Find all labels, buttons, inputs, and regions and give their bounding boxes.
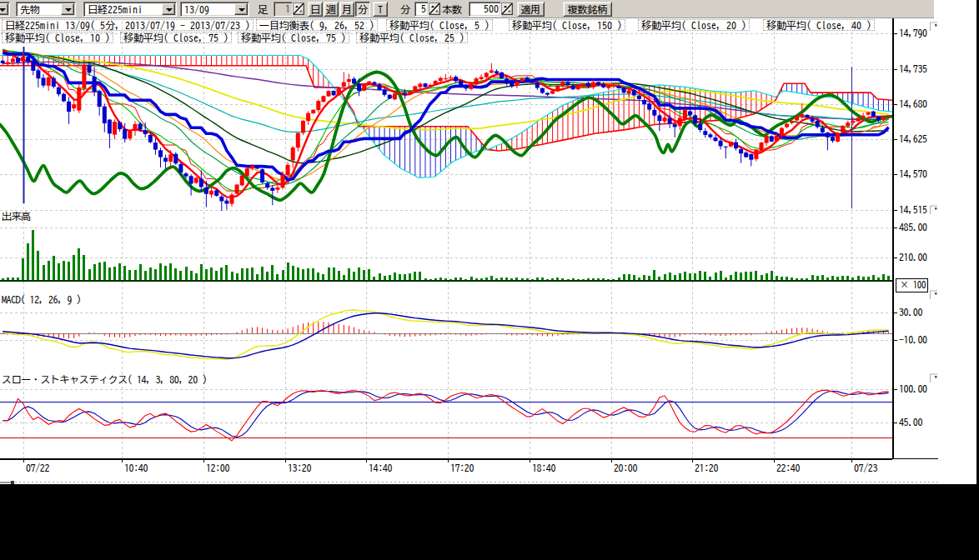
combo-dropdown-button[interactable] [162, 3, 175, 15]
x-axis-label: 07/22 [26, 462, 49, 473]
chevron-down-icon [166, 8, 173, 12]
multi-symbol-button[interactable]: 複数銘柄 [563, 2, 612, 17]
bar-interval-spinner: 1 [274, 2, 293, 17]
x-axis-label: 10:40 [124, 462, 148, 472]
pane-grip-icon[interactable] [931, 291, 938, 299]
bottom-padding [0, 484, 979, 560]
y-axis-label: 210.00 [899, 252, 927, 262]
period-month-button[interactable]: 月 [339, 2, 354, 17]
x-axis-label: 17:20 [450, 462, 474, 472]
minute-spinner[interactable]: 5 [414, 2, 429, 17]
combo-dropdown-button[interactable] [0, 3, 8, 15]
legend-item-r1-4[interactable]: 移動平均( Close, 150 ) [509, 19, 625, 31]
bar-count-spinner[interactable]: 500 [469, 2, 501, 17]
splitter-handle[interactable] [11, 481, 14, 484]
legend-item-r1-1[interactable]: 日経225mini 13/09( 5分, 2013/07/19 - 2013/0… [2, 19, 254, 31]
chevron-down-icon [65, 8, 72, 12]
minute-label: 分 [400, 3, 410, 15]
spinner-updown-icon[interactable] [293, 2, 304, 15]
y-axis-label: 45.00 [899, 417, 922, 427]
period-minute-button[interactable]: 分 [355, 2, 370, 17]
pane-grip-icon[interactable] [931, 374, 938, 382]
bar-count-label: 本数 [442, 3, 462, 15]
x-axis-label: 21:20 [695, 462, 718, 472]
volume-multiplier-label: × 100 [900, 280, 926, 289]
stochastics-lines [3, 390, 888, 441]
y-axis-label: 30.00 [899, 307, 922, 317]
chart-canvas[interactable]: 14,790 14,735 14,680 14,625 14,570 14,51… [0, 0, 979, 560]
history-combo[interactable] [0, 2, 10, 17]
market-combo[interactable]: 先物 [16, 2, 76, 17]
macd-pane-label: MACD( 12, 26, 9 ) [2, 294, 81, 305]
combo-dropdown-button[interactable] [61, 3, 74, 15]
volume-bars [2, 230, 890, 280]
y-axis-label: 14,570 [899, 168, 927, 178]
bottom-splitter[interactable] [0, 481, 938, 484]
x-axis-label: 14:40 [369, 462, 392, 472]
x-axis-label: 20:00 [614, 462, 637, 472]
legend-item-r2-2[interactable]: 移動平均( Close, 75 ) [120, 32, 232, 43]
pane-grip-icon[interactable] [931, 22, 938, 31]
toolbar: 先物 日経225mini 13/09 足 1 日 週 月 分 T 分 5 [0, 0, 934, 18]
stoch-pane-label: スロー・ストキャスティクス( 14, 3, 80, 20 ) [2, 374, 207, 384]
chevron-down-icon [238, 8, 245, 12]
spinner-updown-icon[interactable] [429, 2, 440, 15]
volume-pane-label: 出来高 [2, 211, 31, 222]
period-day-button[interactable]: 日 [308, 2, 323, 17]
y-axis-label: 14,680 [899, 98, 927, 108]
tenkan-line [3, 52, 888, 191]
combo-dropdown-button[interactable] [234, 3, 248, 15]
legend-item-r2-4[interactable]: 移動平均( Close, 25 ) [356, 32, 468, 43]
bar-type-label: 足 [258, 3, 268, 15]
x-axis-label: 07/23 [854, 462, 877, 473]
period-week-button[interactable]: 週 [324, 2, 339, 17]
y-axis-label: 100.00 [899, 383, 927, 393]
pane-grip-icon[interactable] [931, 206, 938, 214]
legend-item-r1-5[interactable]: 移動平均( Close, 20 ) [638, 19, 750, 31]
y-axis-label: 14,735 [899, 63, 927, 73]
period-tick-button[interactable]: T [373, 2, 388, 17]
apply-button[interactable]: 適用 [517, 2, 545, 17]
chevron-down-icon [0, 8, 6, 12]
legend-item-r1-6[interactable]: 移動平均( Close, 40 ) [763, 19, 875, 31]
legend-item-r1-3[interactable]: 移動平均( Close, 5 ) [386, 19, 493, 31]
legend-item-r1-2[interactable]: 一目均衡表( 9, 26, 52 ) [256, 19, 378, 31]
symbol-combo[interactable]: 日経225mini [83, 2, 177, 17]
legend-item-r2-1[interactable]: 移動平均( Close, 10 ) [2, 32, 113, 43]
x-axis-label: 12:00 [206, 462, 229, 472]
x-axis-label: 22:40 [776, 462, 800, 472]
spinner-updown-icon[interactable] [501, 2, 513, 15]
legend-item-r2-3[interactable]: 移動平均( Close, 75 ) [238, 32, 349, 43]
x-axis-label: 13:20 [288, 462, 311, 472]
contract-month-combo[interactable]: 13/09 [180, 2, 249, 17]
y-axis-label: 14,790 [899, 28, 927, 38]
app-window: 14,790 14,735 14,680 14,625 14,570 14,51… [0, 0, 979, 560]
y-axis-label: 14,625 [899, 133, 927, 143]
y-axis-label: 14,515 [899, 204, 927, 214]
x-axis-label: 18:40 [532, 462, 555, 472]
ichimoku-cloud [3, 56, 888, 178]
y-axis-label: -10.00 [899, 334, 927, 344]
macd-histogram [3, 322, 888, 338]
y-axis-label: 485.00 [899, 222, 927, 232]
